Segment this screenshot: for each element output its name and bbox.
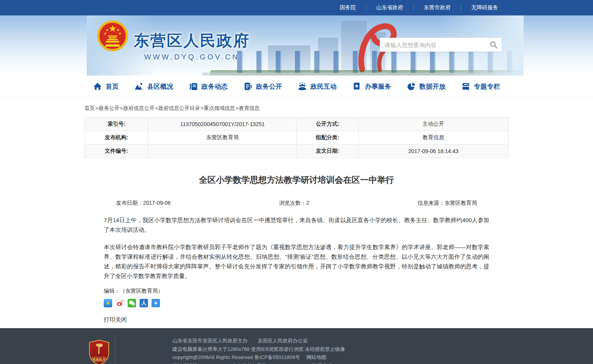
breadcrumb-key-fields[interactable]: 重点领域信息 (204, 105, 235, 111)
breadcrumb-separator: > (236, 105, 239, 111)
editor-note: 编辑：（东营区教育局） (84, 288, 509, 295)
breadcrumb-separator: > (95, 105, 98, 111)
renren-share-icon[interactable]: 人 (140, 299, 148, 307)
table-row: 索引号: 11370502004507001Y/2017-13251 公开方式:… (85, 118, 509, 131)
disclosure-method-value: 主动公开 (359, 118, 509, 131)
nav-label: 县区概况 (147, 82, 173, 91)
article-paragraph: 7月14日上午，我区小学数学思想方法教学研讨培训会在区一中播慧馆举行，来自各镇、… (104, 215, 489, 234)
nav-label: 专题专栏 (474, 82, 500, 91)
table-row: 发布机构: 东营区教育局 组配分类: 教育信息 (85, 131, 509, 145)
nav-item-services[interactable]: 办事服务 (352, 82, 391, 91)
print-close-bar: 打印关闭 (84, 316, 509, 324)
nav-item-interaction[interactable]: 政民互动 (298, 82, 337, 91)
disclosure-method-label: 公开方式: (297, 118, 359, 131)
mountain-icon (134, 82, 143, 91)
footer-browser-line: 建议电脑屏幕分辨率大于1280x768 使用IE9浏览器进行浏览 未经授权禁止镜… (172, 345, 370, 354)
more-share-icon[interactable]: + (152, 299, 160, 307)
qzone-share-icon[interactable]: ★ (104, 299, 112, 307)
badge-label: 党政机关 (92, 357, 106, 361)
news-icon (189, 82, 198, 91)
national-emblem-logo[interactable] (97, 20, 128, 53)
nav-item-special-topics[interactable]: 专题专栏 (461, 82, 500, 91)
view-count: 浏览次数：2 (279, 200, 309, 207)
breadcrumb-separator: > (155, 105, 158, 111)
nav-label: 政务公开 (256, 82, 282, 91)
party-gov-badge: 党政机关 (88, 339, 110, 364)
article-meta: 发布日期：2017-09-06 浏览次数：2 信息来源：东营区教育局 (84, 200, 509, 207)
breadcrumb-home[interactable]: 首页 (84, 105, 95, 111)
breadcrumb: 首页>政务公开>政府信息公开>政府信息公开目录>重点领域信息>教育信息 (84, 98, 509, 117)
document-number-value (148, 145, 297, 158)
nav-label: 数据开放 (419, 82, 446, 91)
top-link-state-council[interactable]: 国务院 (330, 4, 366, 11)
columns-icon (461, 82, 470, 91)
close-button[interactable]: 关闭 (115, 316, 127, 323)
nav-label: 政务动态 (202, 82, 228, 91)
nav-item-overview[interactable]: 县区概况 (134, 82, 173, 91)
pie-chart-icon (407, 82, 416, 91)
main-nav: 首页 县区概况 政务动态 政务公开 政民互动 (0, 76, 593, 98)
top-bar: 国务院 山东省政府 东营市政府 无障碍服务 (0, 0, 593, 15)
nav-label: 政民互动 (310, 82, 337, 91)
breadcrumb-gov-info[interactable]: 政府信息公开 (123, 105, 155, 111)
document-info-table: 索引号: 11370502004507001Y/2017-13251 公开方式:… (84, 117, 509, 158)
document-icon (243, 82, 253, 91)
search-box (380, 38, 502, 52)
page-title: 全区小学数学思想方法教学研讨培训会在区一中举行 (84, 174, 509, 186)
breadcrumb-catalog[interactable]: 政府信息公开目录 (158, 105, 200, 111)
issuing-agency-value: 东营区教育局 (148, 131, 297, 145)
people-icon (298, 82, 307, 91)
site-url: WWW.DYQ.GOV.CN (134, 53, 250, 61)
breadcrumb-separator: > (120, 105, 123, 111)
search-icon (489, 40, 498, 49)
publish-date: 发布日期：2017-09-06 (116, 200, 171, 207)
top-link-accessibility[interactable]: 无障碍服务 (461, 4, 508, 11)
article-body: 7月14日上午，我区小学数学思想方法教学研讨培训会在区一中播慧馆举行，来自各镇、… (84, 215, 509, 281)
footer-sponsor-line: 山东省东营市东营区人民政府主办 东营区人民政府办公室 (172, 337, 370, 345)
home-icon (93, 82, 102, 91)
info-source: 信息来源：东营区教育局 (418, 200, 477, 207)
top-link-dongying-gov[interactable]: 东营市政府 (414, 4, 461, 11)
document-number-label: 文件编号: (85, 145, 148, 158)
print-button[interactable]: 打印 (104, 316, 115, 323)
wechat-share-icon[interactable] (128, 299, 136, 307)
category-label: 组配分类: (297, 131, 359, 145)
footer-id-line: 网站标识码：3705020033 公安机关备案号：37050202370764 … (172, 362, 370, 364)
footer-divider (115, 335, 115, 364)
breadcrumb-education-info[interactable]: 教育信息 (239, 105, 259, 111)
footer: 党政机关 山东省东营市东营区人民政府主办 东营区人民政府办公室 建议电脑屏幕分辨… (0, 328, 593, 364)
nav-label: 办事服务 (365, 82, 391, 91)
weibo-share-icon[interactable] (116, 299, 124, 307)
share-bar: ★ 人 + (84, 299, 509, 307)
issuing-agency-label: 发布机构: (85, 131, 148, 145)
ribbon-star-icon (352, 82, 361, 91)
category-value: 教育信息 (359, 131, 509, 145)
footer-copyright-line: copyright@2006All Rights Reserved 鲁ICP备0… (172, 353, 370, 362)
site-header: 东营区人民政府 WWW.DYQ.GOV.CN (0, 15, 593, 76)
index-number-value: 11370502004507001Y/2017-13251 (148, 118, 297, 131)
nav-label: 首页 (106, 82, 119, 91)
nav-item-home[interactable]: 首页 (93, 82, 119, 91)
issue-date-label: 发文日期: (297, 145, 359, 158)
index-number-label: 索引号: (85, 118, 148, 131)
article-paragraph: 本次研讨会特邀请市教科院小学数学教研员郭子平老师作了题为《重视数学思想方法渗透，… (104, 242, 489, 281)
nav-item-news[interactable]: 政务动态 (189, 82, 228, 91)
search-button[interactable] (485, 38, 502, 52)
search-input[interactable] (380, 38, 485, 52)
table-row: 文件编号: 发文日期: 2017-09-06 18:14:43 (85, 145, 509, 158)
breadcrumb-disclosure[interactable]: 政务公开 (99, 105, 120, 111)
issue-date-value: 2017-09-06 18:14:43 (359, 145, 509, 158)
site-title: 东营区人民政府 (134, 30, 250, 51)
nav-item-disclosure[interactable]: 政务公开 (243, 82, 282, 91)
top-link-shandong-gov[interactable]: 山东省政府 (366, 4, 413, 11)
breadcrumb-separator: > (200, 105, 204, 111)
nav-item-open-data[interactable]: 数据开放 (407, 82, 446, 91)
